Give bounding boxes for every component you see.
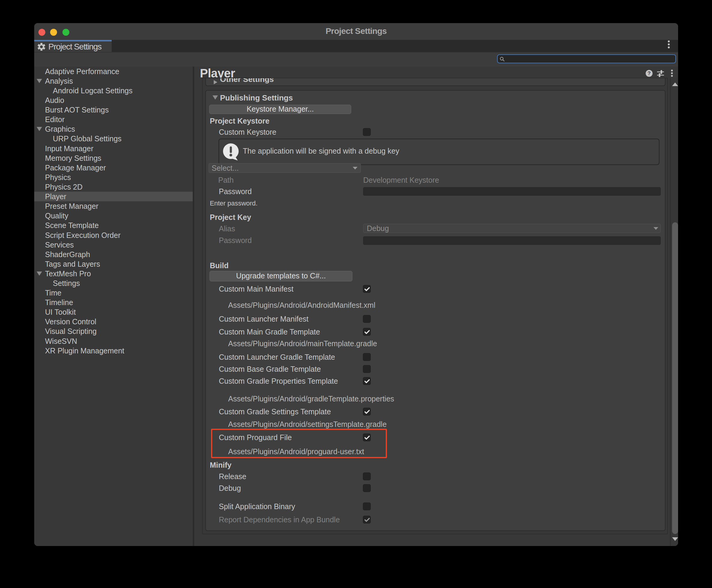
svg-text:?: ? [648,70,650,76]
